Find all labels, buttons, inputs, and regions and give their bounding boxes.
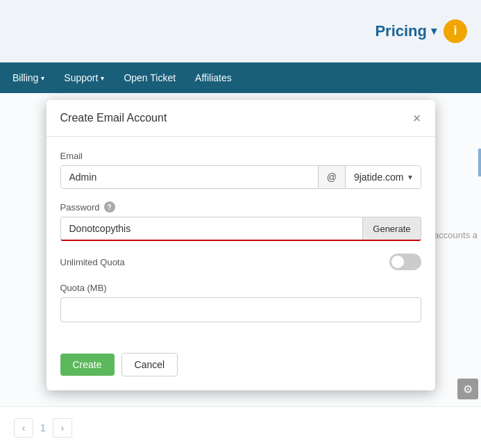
pricing-button[interactable]: Pricing ▾ — [375, 22, 437, 40]
password-label-row: Password ? — [60, 201, 421, 213]
info-icon[interactable]: i — [444, 19, 467, 43]
password-label: Password — [60, 202, 100, 213]
modal-body: Email @ 9jatide.com ▾ Password ? — [47, 137, 435, 342]
sidebar-item-open-ticket[interactable]: Open Ticket — [114, 63, 185, 93]
billing-chevron-icon: ▾ — [41, 74, 44, 82]
email-input[interactable] — [61, 166, 318, 188]
nav-bar: Billing ▾ Support ▾ Open Ticket Affiliat… — [0, 63, 481, 93]
password-input-group: Generate — [60, 217, 421, 241]
email-input-group: @ 9jatide.com ▾ — [60, 165, 421, 189]
sidebar-item-support[interactable]: Support ▾ — [54, 63, 114, 93]
toggle-slider — [389, 254, 421, 270]
main-content: ail accounts a ⚙ ‹ 1 › Create Email Acco… — [0, 93, 481, 448]
modal-backdrop: Create Email Account × Email @ 9jatide.c… — [0, 93, 481, 448]
domain-select[interactable]: 9jatide.com ▾ — [346, 166, 421, 188]
generate-button[interactable]: Generate — [362, 217, 420, 240]
help-icon[interactable]: ? — [104, 201, 115, 213]
unlimited-quota-toggle[interactable] — [389, 254, 421, 270]
modal-footer: Create Cancel — [47, 342, 435, 390]
email-form-group: Email @ 9jatide.com ▾ — [60, 151, 421, 189]
sidebar-item-billing[interactable]: Billing ▾ — [7, 63, 54, 93]
support-label: Support — [64, 72, 98, 83]
at-symbol: @ — [318, 166, 346, 188]
domain-chevron-icon: ▾ — [408, 172, 412, 182]
cancel-button[interactable]: Cancel — [121, 353, 178, 376]
quota-mb-input[interactable] — [60, 297, 421, 322]
quota-mb-label: Quota (MB) — [60, 283, 421, 293]
password-form-group: Password ? Generate — [60, 201, 421, 241]
unlimited-quota-row: Unlimited Quota — [60, 254, 421, 270]
unlimited-quota-label: Unlimited Quota — [60, 257, 125, 267]
affiliates-label: Affiliates — [195, 72, 232, 83]
pricing-chevron-icon: ▾ — [431, 24, 437, 38]
domain-value: 9jatide.com — [354, 172, 404, 183]
billing-label: Billing — [12, 72, 38, 83]
open-ticket-label: Open Ticket — [124, 72, 176, 83]
modal-header: Create Email Account × — [47, 100, 435, 137]
create-button[interactable]: Create — [60, 354, 115, 376]
sidebar-item-affiliates[interactable]: Affiliates — [185, 63, 242, 93]
email-label: Email — [60, 151, 421, 161]
pricing-label: Pricing — [375, 22, 427, 40]
top-bar: Pricing ▾ i — [0, 0, 481, 63]
modal-title: Create Email Account — [60, 112, 167, 124]
quota-mb-form-group: Quota (MB) — [60, 283, 421, 322]
support-chevron-icon: ▾ — [101, 74, 104, 82]
modal-close-button[interactable]: × — [413, 111, 421, 125]
password-input[interactable] — [61, 217, 363, 240]
create-email-modal: Create Email Account × Email @ 9jatide.c… — [47, 100, 435, 390]
